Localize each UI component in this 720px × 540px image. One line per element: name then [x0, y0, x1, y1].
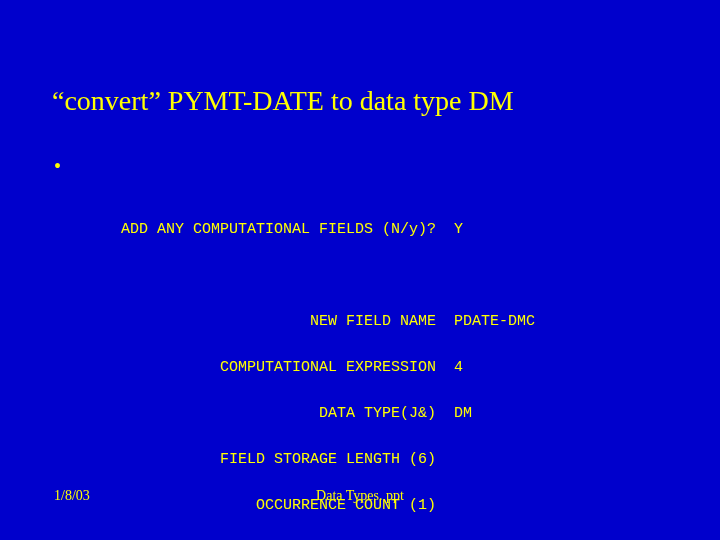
bullet-marker: •	[54, 155, 61, 178]
label-storage-length: FIELD STORAGE LENGTH (6)	[106, 448, 436, 471]
slide-title: “convert” PYMT-DATE to data type DM	[52, 85, 514, 117]
line-comp-expr: COMPUTATIONAL EXPRESSION4	[106, 356, 535, 379]
val-data-type: DM	[454, 405, 472, 422]
footer-date: 1/8/03	[54, 488, 90, 504]
line-add-fields: ADD ANY COMPUTATIONAL FIELDS (N/y)?Y	[106, 218, 535, 241]
line-blank1	[106, 264, 535, 287]
footer-filename: Data Types. ppt	[316, 488, 404, 504]
line-storage-length: FIELD STORAGE LENGTH (6)	[106, 448, 535, 471]
val-comp-expr: 4	[454, 359, 463, 376]
line-new-field-name: NEW FIELD NAMEPDATE-DMC	[106, 310, 535, 333]
label-add-fields: ADD ANY COMPUTATIONAL FIELDS (N/y)?	[106, 218, 436, 241]
val-add-fields: Y	[454, 221, 463, 238]
line-data-type: DATA TYPE(J&)DM	[106, 402, 535, 425]
val-new-field-name: PDATE-DMC	[454, 313, 535, 330]
label-new-field-name: NEW FIELD NAME	[106, 310, 436, 333]
label-comp-expr: COMPUTATIONAL EXPRESSION	[106, 356, 436, 379]
label-data-type: DATA TYPE(J&)	[106, 402, 436, 425]
